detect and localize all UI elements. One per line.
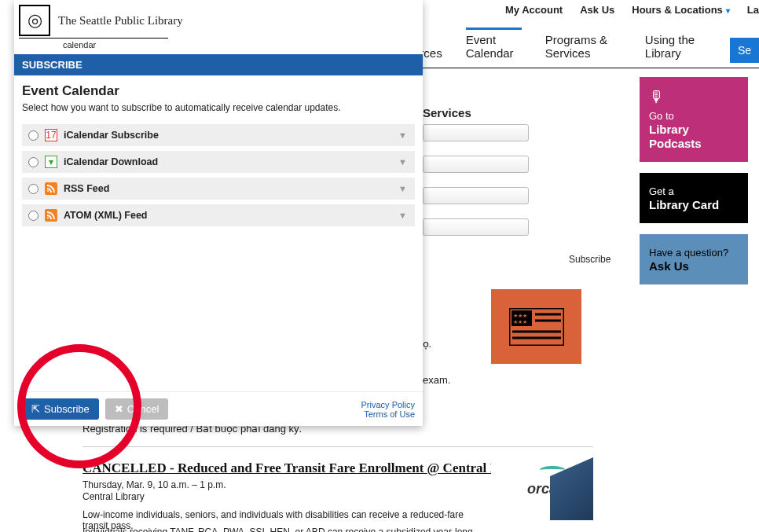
privacy-policy-link[interactable]: Privacy Policy (361, 400, 415, 409)
card-line2: Library Card (649, 198, 719, 211)
event-divider (82, 446, 593, 447)
chevron-down-icon: ▼ (398, 184, 407, 193)
terms-of-use-link[interactable]: Terms of Use (361, 409, 415, 419)
subscribe-option-rss-feed[interactable]: RSS Feed▼ (22, 178, 415, 200)
chevron-down-icon: ▼ (398, 130, 407, 140)
card-ask-us[interactable]: Have a question? Ask Us (640, 234, 748, 284)
subscribe-button[interactable]: ⇱ Subscribe (22, 398, 99, 420)
card-line1: Go to (649, 110, 674, 122)
cancel-button[interactable]: ✖ Cancel (105, 398, 168, 420)
card-library-podcasts[interactable]: 🎙 Go to Library Podcasts (640, 77, 748, 162)
event-location: Central Library (82, 491, 145, 502)
citizenship-flag-image: ★★★★★★ (491, 289, 581, 364)
subscribe-option-icalendar-download[interactable]: ▾iCalendar Download▼ (22, 151, 415, 173)
chevron-down-icon: ▼ (398, 211, 407, 220)
event-date: Thursday, Mar. 9, 10 a.m. – 1 p.m. (82, 479, 226, 490)
subscribe-radio[interactable] (28, 211, 38, 221)
card-line1: Get a (649, 185, 674, 197)
subscribe-radio[interactable] (28, 184, 38, 194)
filter-dropdown-2[interactable] (423, 156, 529, 173)
modal-instruction: Select how you want to subscribe to auto… (22, 102, 415, 113)
subscribe-button-label: Subscribe (44, 403, 90, 415)
subscribe-option-label: ATOM (XML) Feed (64, 210, 147, 221)
logo-subtitle: calendar (19, 38, 168, 50)
subscribe-modal: ◎ The Seattle Public Library calendar SU… (14, 0, 423, 426)
subscribe-option-icalendar-subscribe[interactable]: 17iCalendar Subscribe▼ (22, 124, 415, 146)
rss-icon (45, 182, 57, 195)
cancel-button-label: Cancel (127, 403, 159, 415)
rss-icon (45, 209, 57, 222)
modal-title-bar: SUBSCRIBE (14, 54, 423, 75)
download-icon: ▾ (45, 156, 57, 168)
card-line2: Library Podcasts (649, 123, 702, 150)
library-logo-icon: ◎ (19, 5, 50, 36)
event-title-link[interactable]: CANCELLED - Reduced and Free Transit Far… (82, 460, 535, 476)
card-line1: Have a question? (649, 247, 728, 259)
subscribe-option-label: RSS Feed (64, 183, 109, 194)
svg-text:★★★: ★★★ (513, 313, 527, 318)
event-desc-fragment-2: exam. (423, 374, 450, 386)
subscribe-option-label: iCalendar Download (64, 156, 158, 167)
filter-dropdown-3[interactable] (423, 187, 529, 204)
subscribe-radio[interactable] (28, 130, 38, 141)
calendar-icon: 17 (45, 129, 57, 141)
subscribe-option-atom-xml-feed[interactable]: ATOM (XML) Feed▼ (22, 204, 415, 226)
subscribe-radio[interactable] (28, 157, 38, 167)
sidebar-cards: 🎙 Go to Library Podcasts Get a Library C… (640, 77, 748, 284)
modal-heading: Event Calendar (22, 83, 415, 99)
event-description-2: Individuals receiving TANF, RCA, PWA, SS… (82, 526, 491, 532)
subscribe-option-label: iCalendar Subscribe (64, 130, 159, 141)
card-library-card[interactable]: Get a Library Card (640, 173, 748, 223)
external-link-icon: ⇱ (31, 403, 40, 415)
filter-dropdown-1[interactable] (423, 124, 529, 141)
close-icon: ✖ (115, 403, 123, 415)
modal-logo-header: ◎ The Seattle Public Library calendar (14, 0, 423, 54)
chevron-down-icon: ▼ (398, 157, 407, 167)
library-name: The Seattle Public Library (58, 14, 183, 28)
subscribe-link[interactable]: Subscribe (569, 254, 610, 265)
filter-dropdown-4[interactable] (423, 218, 529, 236)
card-line2: Ask Us (649, 259, 689, 273)
microphone-icon: 🎙 (649, 88, 739, 106)
filter-heading-services: Services (423, 106, 471, 119)
svg-text:★★★: ★★★ (513, 319, 527, 325)
